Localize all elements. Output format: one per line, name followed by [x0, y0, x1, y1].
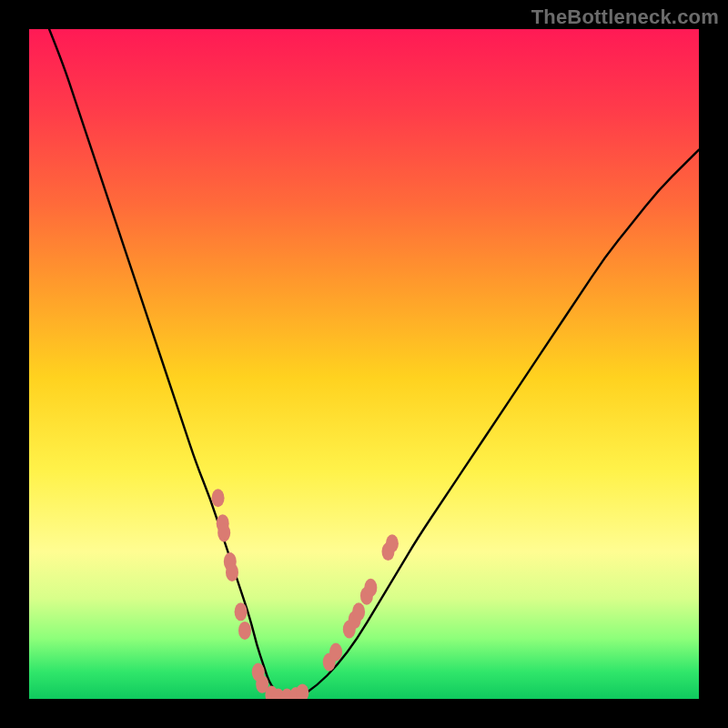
data-marker — [352, 602, 365, 621]
data-marker — [224, 552, 237, 571]
bottleneck-curve — [49, 29, 699, 699]
data-marker — [265, 686, 278, 699]
data-marker — [364, 579, 377, 597]
data-marker — [343, 620, 356, 638]
data-markers — [212, 489, 399, 699]
data-marker — [386, 534, 399, 552]
data-marker — [212, 489, 225, 507]
plot-area — [29, 29, 699, 699]
data-marker — [323, 653, 336, 672]
chart-stage: TheBottleneck.com — [0, 0, 728, 728]
data-marker — [238, 622, 251, 640]
curve-layer — [29, 29, 699, 699]
data-marker — [349, 611, 361, 629]
data-marker — [280, 689, 293, 699]
data-marker — [226, 563, 238, 581]
data-marker — [217, 514, 229, 532]
data-marker — [272, 689, 285, 699]
data-marker — [360, 587, 373, 605]
data-marker — [296, 683, 308, 699]
data-marker — [235, 602, 248, 621]
data-marker — [256, 675, 268, 693]
data-marker — [329, 642, 342, 661]
watermark-text: TheBottleneck.com — [531, 5, 719, 29]
data-marker — [382, 542, 395, 561]
data-marker — [217, 523, 230, 541]
data-marker — [289, 687, 302, 699]
data-marker — [252, 663, 265, 682]
